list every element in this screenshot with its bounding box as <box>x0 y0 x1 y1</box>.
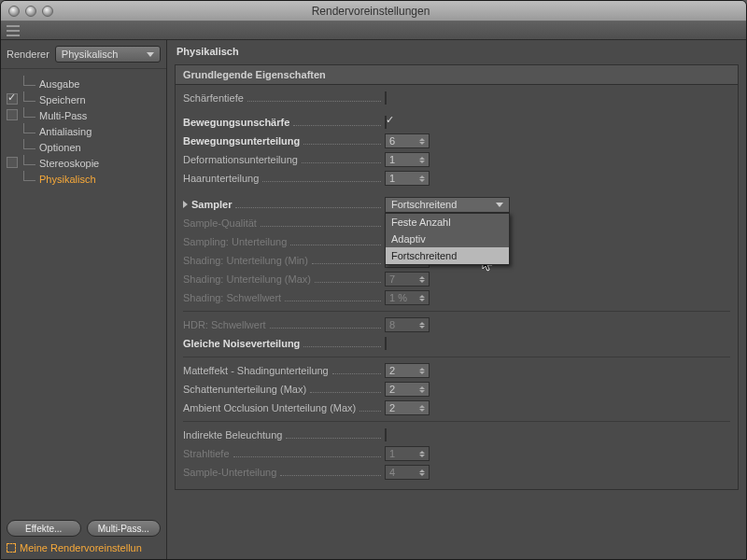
render-tree: Ausgabe Speichern Multi-Pass Antialiasin… <box>1 69 166 514</box>
minimize-icon[interactable] <box>25 6 36 17</box>
checkbox-indirekt[interactable] <box>385 428 387 441</box>
spinner-haar[interactable]: 1 <box>385 171 430 186</box>
properties-panel: Grundlegende Eigenschaften Schärfentiefe… <box>175 64 739 490</box>
spinner-strahl: 1 <box>385 446 430 461</box>
chevron-down-icon <box>147 52 154 57</box>
sidebar-item-multipass[interactable]: Multi-Pass <box>5 106 166 122</box>
close-icon[interactable] <box>8 6 20 17</box>
label-hdr: HDR: Schwellwert <box>183 319 266 330</box>
label-su: Sampling: Unterteilung <box>183 236 287 247</box>
label-bew-unt: Bewegungsunterteilung <box>183 135 300 147</box>
disclosure-icon[interactable] <box>183 201 188 208</box>
sampler-value: Fortschreitend <box>391 199 457 210</box>
preset-label: Meine Rendervoreinstellun <box>20 542 142 553</box>
section-header: Grundlegende Eigenschaften <box>176 65 738 85</box>
label-deform: Deformationsunterteilung <box>183 154 298 165</box>
main-panel: Physikalisch Grundlegende Eigenschaften … <box>167 40 746 559</box>
label-sq: Sample-Qualität <box>183 217 257 229</box>
sidebar-item-speichern[interactable]: Speichern <box>5 91 166 106</box>
chevron-down-icon <box>496 203 503 207</box>
label-schatten: Schattenunterteilung (Max) <box>183 384 306 395</box>
window: Rendervoreinstellungen Renderer Physikal… <box>0 0 747 560</box>
sidebar-item-antialiasing[interactable]: Antialiasing <box>5 122 166 138</box>
spinner-matte[interactable]: 2 <box>385 363 430 378</box>
sidebar-item-optionen[interactable]: Optionen <box>5 138 166 154</box>
main-title: Physikalisch <box>167 40 746 61</box>
label-noise: Gleiche Noiseverteilung <box>183 338 300 349</box>
spinner-hdr: 8 <box>385 317 430 332</box>
spinner-schw: 1 % <box>385 290 430 305</box>
sampler-dropdown[interactable]: Fortschreitend Feste Anzahl Adaptiv Fort… <box>385 197 510 213</box>
spinner-bew-unt[interactable]: 6 <box>385 133 430 148</box>
renderer-value: Physikalisch <box>62 49 119 60</box>
label-su-max: Shading: Unterteilung (Max) <box>183 273 311 285</box>
label-su-min: Shading: Unterteilung (Min) <box>183 255 308 266</box>
sampler-option[interactable]: Fortschreitend <box>386 247 509 264</box>
label-schw: Shading: Schwellwert <box>183 292 281 303</box>
checkbox-icon[interactable] <box>7 157 18 168</box>
label-matte: Matteffekt - Shadingunterteilung <box>183 365 329 376</box>
label-sampler: Sampler <box>191 199 232 210</box>
zoom-icon[interactable] <box>42 6 53 17</box>
checkbox-icon[interactable] <box>7 109 18 120</box>
checkbox-icon[interactable] <box>7 93 18 105</box>
preset-row[interactable]: Meine Rendervoreinstellun <box>7 542 161 553</box>
renderer-label: Renderer <box>7 49 49 60</box>
preset-icon <box>7 543 16 553</box>
label-bewegung: Bewegungsunschärfe <box>183 117 289 128</box>
sidebar-item-ausgabe[interactable]: Ausgabe <box>5 75 166 91</box>
sidebar-item-physikalisch[interactable]: Physikalisch <box>5 170 166 186</box>
checkbox-schaerfentiefe[interactable] <box>385 91 387 105</box>
menu-icon[interactable] <box>7 25 20 36</box>
label-strahl: Strahltiefe <box>183 448 230 459</box>
label-haar: Haarunterteilung <box>183 173 259 184</box>
sampler-option[interactable]: Adaptiv <box>386 231 509 247</box>
sidebar: Renderer Physikalisch Ausgabe Speichern … <box>1 40 167 559</box>
spinner-schatten[interactable]: 2 <box>385 382 430 397</box>
effects-button[interactable]: Effekte... <box>7 520 81 537</box>
label-ao: Ambient Occlusion Unterteilung (Max) <box>183 402 356 413</box>
spinner-su-max: 7 <box>385 272 430 287</box>
spinner-deform[interactable]: 1 <box>385 152 430 167</box>
checkbox-noise[interactable] <box>385 337 387 350</box>
toolbar <box>1 21 746 40</box>
renderer-dropdown[interactable]: Physikalisch <box>55 46 161 63</box>
sampler-option[interactable]: Feste Anzahl <box>386 214 509 231</box>
sampler-options: Feste Anzahl Adaptiv Fortschreitend <box>385 213 510 265</box>
titlebar: Rendervoreinstellungen <box>1 1 746 21</box>
window-title: Rendervoreinstellungen <box>59 5 683 18</box>
multipass-button[interactable]: Multi-Pass... <box>87 520 162 537</box>
sidebar-item-stereoskopie[interactable]: Stereoskopie <box>5 154 166 170</box>
spinner-ao[interactable]: 2 <box>385 400 430 415</box>
label-schaerfentiefe: Schärfentiefe <box>183 92 244 104</box>
spinner-sampleunt: 4 <box>385 465 430 480</box>
checkbox-bewegung[interactable] <box>385 116 387 129</box>
label-indirekt: Indirekte Beleuchtung <box>183 429 282 441</box>
label-sampleunt: Sample-Unterteilung <box>183 467 276 478</box>
